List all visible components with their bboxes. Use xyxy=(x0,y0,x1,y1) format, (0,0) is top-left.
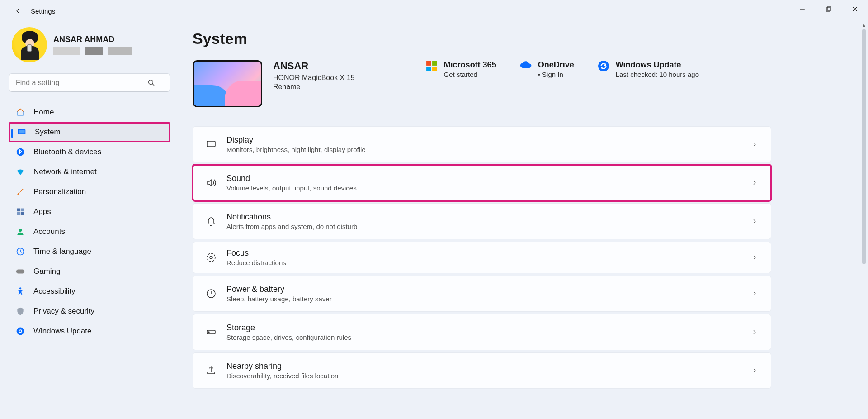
sidebar-item-privacy[interactable]: Privacy & security xyxy=(9,301,170,321)
svg-point-3 xyxy=(149,80,153,85)
chevron-right-icon xyxy=(751,367,758,374)
setting-title: Nearby sharing xyxy=(226,362,751,371)
sidebar-item-system[interactable]: System xyxy=(9,122,170,142)
setting-nearby-sharing[interactable]: Nearby sharing Discoverability, received… xyxy=(193,352,771,389)
setting-sub: Sleep, battery usage, battery saver xyxy=(226,295,751,303)
setting-sub: Storage space, drives, configuration rul… xyxy=(226,333,751,341)
chevron-right-icon xyxy=(751,290,758,297)
sidebar-item-time[interactable]: Time & language xyxy=(9,242,170,262)
sidebar-item-personalization[interactable]: Personalization xyxy=(9,182,170,202)
svg-point-15 xyxy=(17,328,24,335)
sidebar-item-label: Bluetooth & devices xyxy=(33,148,101,157)
sidebar-item-label: Privacy & security xyxy=(33,307,94,316)
svg-rect-17 xyxy=(432,61,437,66)
clock-icon xyxy=(15,247,25,257)
setting-display[interactable]: Display Monitors, brightness, night ligh… xyxy=(193,126,771,162)
sidebar-item-update[interactable]: Windows Update xyxy=(9,321,170,341)
search-box[interactable] xyxy=(9,73,167,92)
avatar xyxy=(12,27,47,62)
setting-sound[interactable]: Sound Volume levels, output, input, soun… xyxy=(193,165,771,201)
card-microsoft-365[interactable]: Microsoft 365 Get started xyxy=(426,60,496,78)
card-sub: Last checked: 10 hours ago xyxy=(616,71,699,78)
setting-sub: Monitors, brightness, night light, displ… xyxy=(226,146,751,153)
scroll-up-icon[interactable]: ▲ xyxy=(861,22,867,28)
display-icon xyxy=(203,139,219,150)
search-input[interactable] xyxy=(9,73,170,92)
maximize-button[interactable] xyxy=(816,0,842,18)
arrow-left-icon xyxy=(14,7,22,15)
card-title: Windows Update xyxy=(616,60,699,70)
device-thumbnail xyxy=(193,60,262,107)
card-windows-update[interactable]: Windows Update Last checked: 10 hours ag… xyxy=(598,60,699,78)
sidebar-item-label: Network & internet xyxy=(33,167,97,176)
svg-rect-9 xyxy=(17,212,20,215)
card-sub: Get started xyxy=(444,71,496,78)
svg-rect-21 xyxy=(207,141,215,147)
microsoft-icon xyxy=(426,60,439,73)
svg-rect-1 xyxy=(826,8,830,11)
sidebar-item-network[interactable]: Network & internet xyxy=(9,162,170,182)
window-title: Settings xyxy=(31,7,55,15)
setting-storage[interactable]: Storage Storage space, drives, configura… xyxy=(193,314,771,350)
chevron-right-icon xyxy=(751,329,758,336)
setting-power[interactable]: Power & battery Sleep, battery usage, ba… xyxy=(193,276,771,312)
setting-notifications[interactable]: Notifications Alerts from apps and syste… xyxy=(193,203,771,239)
svg-rect-8 xyxy=(21,209,24,212)
scrollbar[interactable]: ▲ xyxy=(861,22,867,419)
svg-rect-5 xyxy=(19,130,24,133)
svg-rect-7 xyxy=(17,209,20,212)
svg-point-26 xyxy=(208,332,209,333)
sidebar-item-accessibility[interactable]: Accessibility xyxy=(9,281,170,301)
sidebar-item-home[interactable]: Home xyxy=(9,102,170,122)
svg-rect-2 xyxy=(827,7,831,10)
card-onedrive[interactable]: OneDrive Sign In xyxy=(520,60,574,78)
sidebar-item-label: Accessibility xyxy=(33,287,75,296)
share-icon xyxy=(203,365,219,376)
setting-title: Sound xyxy=(226,174,751,183)
profile-block[interactable]: ANSAR AHMAD xyxy=(9,27,167,62)
setting-title: Focus xyxy=(226,248,751,258)
svg-point-22 xyxy=(207,253,215,262)
bluetooth-icon xyxy=(15,147,25,157)
sidebar-item-label: Personalization xyxy=(33,187,86,196)
sidebar-item-bluetooth[interactable]: Bluetooth & devices xyxy=(9,142,170,162)
sidebar-item-apps[interactable]: Apps xyxy=(9,202,170,222)
setting-sub: Discoverability, received files location xyxy=(226,372,751,380)
sidebar-item-label: Apps xyxy=(33,207,51,216)
sidebar-item-label: Home xyxy=(33,108,54,117)
close-button[interactable] xyxy=(842,0,868,18)
person-icon xyxy=(15,227,25,237)
minimize-button[interactable] xyxy=(789,0,816,18)
power-icon xyxy=(203,288,219,299)
sidebar-item-label: Time & language xyxy=(33,247,91,256)
minimize-icon xyxy=(800,6,805,12)
sidebar-item-label: Gaming xyxy=(33,267,61,276)
system-icon xyxy=(17,127,27,137)
setting-title: Storage xyxy=(226,323,751,333)
sidebar-item-label: Windows Update xyxy=(33,327,92,336)
rename-link[interactable]: Rename xyxy=(273,83,355,91)
accessibility-icon xyxy=(15,286,25,296)
onedrive-icon xyxy=(520,60,533,73)
chevron-right-icon xyxy=(751,179,758,186)
svg-point-23 xyxy=(210,256,212,259)
page-title: System xyxy=(193,30,868,48)
card-sub: Sign In xyxy=(538,71,574,78)
svg-rect-18 xyxy=(426,67,431,71)
sidebar-item-gaming[interactable]: Gaming xyxy=(9,262,170,281)
focus-icon xyxy=(203,252,219,263)
svg-rect-16 xyxy=(426,61,431,66)
back-button[interactable] xyxy=(9,2,27,20)
gamepad-icon xyxy=(15,267,25,276)
svg-rect-19 xyxy=(432,67,437,71)
svg-rect-10 xyxy=(21,212,24,215)
home-icon xyxy=(15,107,25,117)
scroll-thumb[interactable] xyxy=(862,29,866,264)
storage-icon xyxy=(203,327,219,338)
wifi-icon xyxy=(15,167,25,177)
setting-focus[interactable]: Focus Reduce distractions xyxy=(193,242,771,273)
svg-point-20 xyxy=(598,61,609,71)
profile-name: ANSAR AHMAD xyxy=(53,35,132,44)
sidebar-item-label: System xyxy=(35,128,61,137)
sidebar-item-accounts[interactable]: Accounts xyxy=(9,222,170,242)
